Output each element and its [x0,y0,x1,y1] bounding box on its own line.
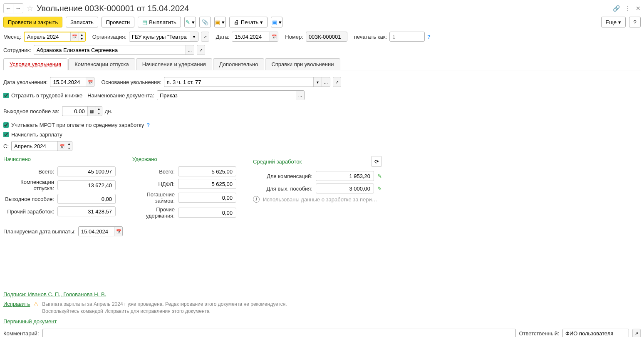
help-icon[interactable]: ? [146,122,150,128]
month-up[interactable]: ▲ [79,32,85,37]
date-input[interactable] [232,32,270,41]
post-button[interactable]: Провести [102,17,135,27]
severance-input[interactable] [62,107,87,116]
calendar-icon[interactable]: 📅 [57,141,66,151]
month-label: Месяц: [3,34,21,40]
average-header: Средний заработок [253,159,302,165]
org-dropdown[interactable]: ▾ [190,32,198,41]
sev-up[interactable]: ▲ [96,107,102,111]
other-label: Прочие удержания: [132,206,175,219]
docname-label: Наименование документа: [87,92,154,99]
withheld-total [178,166,236,176]
mrot-label: Учитывать МРОТ при оплате по среднему за… [11,122,144,128]
reason-select[interactable]: … [322,77,330,87]
help-button[interactable]: ? [629,17,641,27]
reason-label: Основание увольнения: [101,79,161,85]
reason-open-button[interactable]: ↗ [333,77,341,87]
workbook-checkbox[interactable] [3,93,9,98]
print-as-label: печатать как: [354,34,387,40]
print-button[interactable]: 🖨 Печать ▾ [229,17,268,27]
favorite-icon[interactable]: ☆ [27,4,33,13]
docname-select[interactable]: … [296,91,304,100]
withheld-header: Удержано [132,156,236,162]
number-label: Номер: [285,34,303,40]
accrued-total [57,166,116,176]
org-open-button[interactable]: ↗ [201,32,209,42]
close-icon[interactable]: ✕ [636,5,641,12]
loan-label: Погашение займов: [132,191,175,204]
attach-button[interactable]: 📎 [199,17,211,27]
info-icon[interactable]: i [253,196,260,203]
sev-down[interactable]: ▼ [96,111,102,116]
create-based-on-button[interactable]: ✎▾ [184,17,196,27]
refresh-button[interactable]: ⟳ [371,156,382,167]
comment-label: Комментарий: [3,330,39,337]
avg-severance[interactable] [316,183,374,193]
other-label: Прочий заработок: [7,208,54,215]
comment-input[interactable] [42,329,516,337]
total-label: Всего: [159,168,175,175]
fix-link[interactable]: Исправить [3,301,30,307]
withheld-loan [178,193,236,203]
help-icon[interactable]: ? [427,34,431,40]
comp-label: Для компенсаций: [267,173,312,179]
employee-open-button[interactable]: ↗ [197,45,205,55]
back-button[interactable]: ← [3,3,13,13]
link-icon[interactable]: 🔗 [613,5,620,12]
kebab-icon[interactable]: ⋮ [625,5,631,12]
calendar-icon[interactable]: 📅 [70,32,79,41]
post-and-close-button[interactable]: Провести и закрыть [3,17,62,27]
tab-certificates[interactable]: Справки при увольнении [265,58,340,70]
folder-button[interactable]: ▣▾ [214,17,226,27]
more-label: Еще [606,19,617,25]
responsible-input[interactable] [563,329,629,337]
severance-unit: дн. [105,108,112,114]
extra-button[interactable]: ▣▾ [271,17,282,27]
edit-icon[interactable]: ✎ [377,173,382,179]
accrued-header: Начислено [3,156,116,162]
pay-button[interactable]: ▤Выплатить [138,17,181,27]
docname-input[interactable] [157,91,296,100]
calc-icon[interactable]: ▦ [87,107,96,116]
vacation-label: Компенсации отпуска: [3,179,54,191]
total-label: Всего: [38,168,54,175]
calendar-icon[interactable]: 📅 [114,227,122,236]
calendar-icon[interactable]: 📅 [86,77,94,87]
print-as-input[interactable] [389,32,425,42]
more-button[interactable]: Еще ▾ [601,17,626,27]
from-label: С: [3,143,9,149]
print-label: Печать [241,19,259,25]
forward-button[interactable]: → [13,3,23,13]
from-up[interactable]: ▲ [66,141,72,146]
signatures-link[interactable]: Подписи: Иванов С. П., Голованова Н. В. [3,291,106,297]
accrue-checkbox[interactable] [3,132,9,137]
mrot-checkbox[interactable] [3,122,9,128]
edit-icon[interactable]: ✎ [377,186,382,192]
from-input[interactable] [12,141,57,151]
org-input[interactable] [129,32,190,41]
from-down[interactable]: ▼ [66,146,72,151]
responsible-open-button[interactable]: ↗ [632,329,641,337]
avg-comp[interactable] [316,171,374,181]
ndfl-label: НДФЛ: [158,181,175,187]
save-button[interactable]: Записать [66,17,98,27]
reason-dropdown[interactable]: ▾ [313,77,322,87]
tab-additional[interactable]: Дополнительно [213,58,265,70]
month-input[interactable] [25,32,70,41]
reason-input[interactable] [164,77,313,87]
month-down[interactable]: ▼ [79,37,85,41]
employee-input[interactable] [34,45,186,55]
calendar-icon[interactable]: 📅 [270,32,278,41]
tab-vacation-comp[interactable]: Компенсации отпуска [68,58,135,70]
tab-conditions[interactable]: Условия увольнения [3,58,67,70]
page-title: Увольнение 00ЗК-000001 от 15.04.2024 [37,4,613,13]
tab-accruals[interactable]: Начисления и удержания [136,58,212,70]
planned-payment-label: Планируемая дата выплаты: [3,228,76,235]
primary-doc-link[interactable]: Первичный документ [3,318,57,325]
info-text: Использованы данные о заработке за пери… [263,196,377,203]
planned-payment-input[interactable] [79,227,114,236]
workbook-label: Отразить в трудовой книжке [11,92,82,99]
dismissal-date-input[interactable] [50,77,86,87]
employee-select[interactable]: … [186,45,194,55]
employee-label: Сотрудник: [3,47,31,53]
